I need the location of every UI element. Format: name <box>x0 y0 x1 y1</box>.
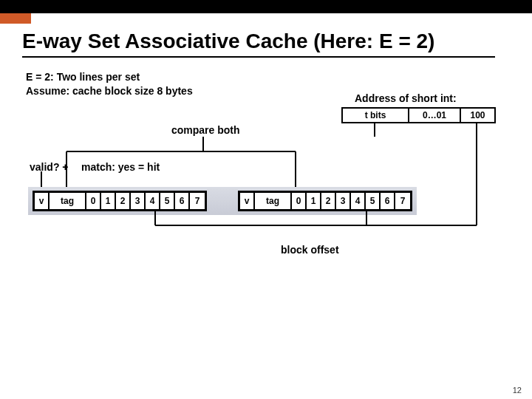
top-black-bar <box>0 0 532 13</box>
slide-title: E-way Set Associative Cache (Here: E = 2… <box>22 30 495 58</box>
address-heading: Address of short int: <box>355 92 457 104</box>
address-offset-field: 100 <box>461 109 494 122</box>
line0-b2: 2 <box>116 193 131 209</box>
compare-both-label: compare both <box>171 124 240 136</box>
line0-tag: tag <box>50 193 86 209</box>
line0-b5: 5 <box>160 193 175 209</box>
cache-line-1: v tag 0 1 2 3 4 5 6 7 <box>238 191 412 211</box>
line1-b3: 3 <box>336 193 351 209</box>
subtitle: E = 2: Two lines per set Assume: cache b… <box>26 70 193 98</box>
line1-valid: v <box>240 193 255 209</box>
line1-b4: 4 <box>351 193 366 209</box>
cache-set-row: v tag 0 1 2 3 4 5 6 7 v tag 0 1 2 3 4 5 … <box>28 187 417 215</box>
line0-valid: v <box>35 193 50 209</box>
match-label: match: yes = hit <box>81 161 160 173</box>
line1-b6: 6 <box>381 193 395 209</box>
line0-b0: 0 <box>86 193 101 209</box>
valid-label: valid? + <box>30 161 69 173</box>
subtitle-line2: Assume: cache block size 8 bytes <box>26 85 193 97</box>
page-number: 12 <box>513 386 522 395</box>
address-tag-field: t bits <box>343 109 409 122</box>
line0-b4: 4 <box>146 193 160 209</box>
line1-b1: 1 <box>307 193 321 209</box>
line0-b7: 7 <box>190 193 205 209</box>
line0-b1: 1 <box>101 193 116 209</box>
line1-b2: 2 <box>321 193 336 209</box>
line0-b6: 6 <box>175 193 190 209</box>
line1-tag: tag <box>255 193 292 209</box>
address-set-field: 0…01 <box>409 109 461 122</box>
orange-accent <box>0 13 31 24</box>
line0-b3: 3 <box>131 193 146 209</box>
block-offset-label: block offset <box>281 244 339 256</box>
cache-line-0: v tag 0 1 2 3 4 5 6 7 <box>33 191 207 211</box>
line1-b5: 5 <box>366 193 381 209</box>
line1-b0: 0 <box>292 193 307 209</box>
line1-b7: 7 <box>395 193 410 209</box>
address-box: t bits 0…01 100 <box>341 107 496 123</box>
subtitle-line1: E = 2: Two lines per set <box>26 71 140 83</box>
